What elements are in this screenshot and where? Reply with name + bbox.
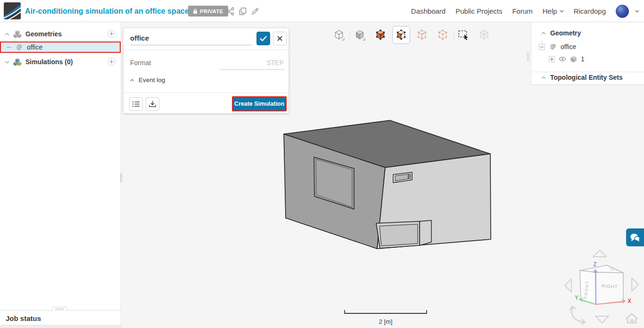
privacy-badge-label: PRIVATE <box>200 8 223 14</box>
rotate-gesture-icon[interactable] <box>570 306 585 324</box>
scale-bar <box>345 310 427 313</box>
view-cube[interactable]: FRONT RIGHT TOP <box>580 265 623 304</box>
add-simulation-button[interactable] <box>107 58 116 66</box>
rotate-right-arrow[interactable] <box>632 278 638 291</box>
event-list-button[interactable] <box>129 97 143 111</box>
project-tree-panel: Geometries office Simulations (0) Job st… <box>0 22 121 328</box>
copy-icon[interactable] <box>239 7 247 16</box>
door-cutout <box>376 220 431 248</box>
nav-help[interactable]: Help <box>543 7 564 15</box>
divider <box>124 93 289 93</box>
job-status-panel[interactable]: Job status <box>0 310 121 328</box>
share-icon[interactable] <box>226 7 235 16</box>
right-panel-resize-handle[interactable] <box>527 52 530 61</box>
home-view-icon[interactable] <box>626 314 637 323</box>
download-button[interactable] <box>146 97 159 111</box>
nav-dashboard[interactable]: Dashboard <box>411 7 446 15</box>
simulations-label: Simulations (0) <box>25 58 73 66</box>
geometry-details-panel: Format STEP Event log Create Simulation <box>124 28 289 113</box>
header: Air-conditioning simulation of an office… <box>0 0 644 22</box>
sidebar-item-office[interactable]: office <box>0 42 121 53</box>
scene-tree-panel: Geometry office 1 Topological Entity Set… <box>531 22 644 85</box>
orientation-widget[interactable]: FRONT RIGHT TOP Z Y X <box>563 249 644 326</box>
chevron-up-icon <box>541 76 546 79</box>
expand-toggle[interactable] <box>549 56 555 62</box>
geometry-model-icon <box>16 44 23 51</box>
scene-item-office[interactable]: office <box>539 43 576 50</box>
plus-icon <box>109 32 114 36</box>
format-label: Format <box>130 59 151 67</box>
app-logo[interactable] <box>4 2 21 19</box>
geometry-model-icon <box>549 43 556 50</box>
geometry-section-header[interactable]: Geometry <box>541 29 581 37</box>
sidebar-item-geometries[interactable]: Geometries <box>0 29 121 39</box>
geometry-name-input[interactable] <box>130 34 252 45</box>
account-chevron-down-icon[interactable] <box>635 10 639 13</box>
add-geometry-button[interactable] <box>107 30 116 38</box>
plus-icon <box>109 59 114 64</box>
axis-x-label: X <box>627 298 631 304</box>
geometries-label: Geometries <box>25 30 62 38</box>
chevron-up-icon <box>5 33 9 36</box>
visibility-eye-icon[interactable] <box>559 57 566 61</box>
download-icon <box>149 101 156 108</box>
chat-support-button[interactable] <box>626 228 644 246</box>
format-underline <box>220 69 285 70</box>
event-log-label: Event log <box>139 76 165 84</box>
geometries-icon <box>13 30 22 38</box>
format-value: STEP <box>266 59 284 67</box>
rotate-down-arrow[interactable] <box>595 316 609 323</box>
job-status-drag-tab[interactable] <box>52 307 67 311</box>
confirm-rename-button[interactable] <box>256 32 270 45</box>
chevron-down-icon <box>5 60 9 64</box>
lock-icon <box>193 8 198 14</box>
avatar[interactable] <box>616 5 629 18</box>
chevron-up-icon <box>130 79 134 82</box>
header-nav: Dashboard Public Projects Forum Help Ric… <box>411 0 639 22</box>
divider <box>531 72 644 72</box>
cancel-rename-button[interactable] <box>273 32 287 45</box>
axis-y-label: Y <box>575 294 578 301</box>
event-log-toggle[interactable]: Event log <box>130 76 165 84</box>
rotate-left-arrow[interactable] <box>565 279 571 292</box>
event-list-icon <box>132 101 140 107</box>
chat-bubbles-icon <box>630 233 640 242</box>
privacy-badge: PRIVATE <box>188 6 228 17</box>
left-panel-resize-handle[interactable] <box>120 173 124 182</box>
tree-dash-icon <box>7 47 11 48</box>
close-icon <box>277 36 282 41</box>
cube-right-label[interactable]: RIGHT <box>602 283 618 289</box>
nav-public-projects[interactable]: Public Projects <box>455 7 502 15</box>
office-label: office <box>561 43 576 50</box>
scene-item-body-1[interactable]: 1 <box>549 55 585 63</box>
nav-username[interactable]: Ricardopg <box>574 7 606 15</box>
axis-z-label: Z <box>593 261 596 268</box>
rotate-up-arrow[interactable] <box>593 250 606 257</box>
sidebar-item-simulations[interactable]: Simulations (0) <box>0 57 121 67</box>
chevron-up-icon <box>541 32 546 35</box>
nav-forum[interactable]: Forum <box>512 7 532 15</box>
chevron-down-icon <box>560 10 564 13</box>
job-status-label: Job status <box>6 314 41 322</box>
collapse-toggle[interactable] <box>539 44 545 50</box>
office-label: office <box>27 43 42 51</box>
topological-entity-sets-header[interactable]: Topological Entity Sets <box>541 74 623 81</box>
page-title: Air-conditioning simulation of an office… <box>25 0 189 22</box>
check-icon <box>260 36 267 42</box>
pencil-icon[interactable] <box>251 7 259 16</box>
solid-body-icon <box>570 56 577 63</box>
simulations-icon <box>13 58 22 66</box>
job-status-footer <box>0 325 121 328</box>
geometry-header-label: Geometry <box>550 29 581 37</box>
divider <box>124 50 289 50</box>
topological-header-label: Topological Entity Sets <box>550 74 623 81</box>
body-label: 1 <box>581 55 585 63</box>
create-simulation-button[interactable]: Create Simulation <box>232 96 287 111</box>
